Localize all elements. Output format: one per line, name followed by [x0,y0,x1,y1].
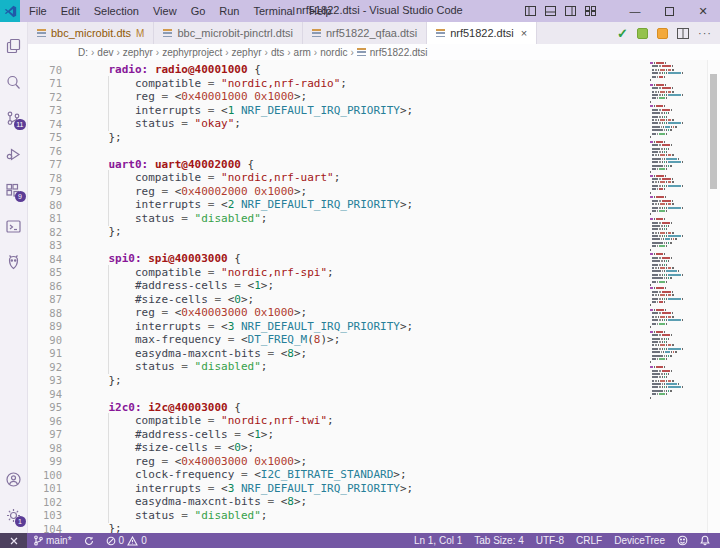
code-line[interactable]: 100 clock-frequency = <I2C_BITRATE_STAND… [28,468,720,482]
breadcrumb-segment[interactable]: zephyrproject [162,47,222,58]
code-line[interactable]: 72 reg = <0x40001000 0x1000>; [28,90,720,104]
code-line[interactable]: 92 status = "disabled"; [28,360,720,374]
account-button[interactable] [0,461,28,497]
code-line[interactable]: 90 max-frequency = <DT_FREQ_M(8)>; [28,333,720,347]
tab-nrf51822_qfaa.dtsi[interactable]: nrf51822_qfaa.dtsi [303,22,427,44]
scrollbar-thumb[interactable] [710,74,717,189]
toggle-panel-icon[interactable] [545,6,556,16]
sidebar-item-source-control[interactable]: 11 [0,100,28,136]
code-line[interactable]: 76 [28,144,720,158]
code-text: status = "disabled"; [82,509,267,522]
close-tab-button[interactable]: × [521,27,527,39]
code-line[interactable]: 84 spi0: spi@40003000 { [28,252,720,266]
status-language-mode[interactable]: DeviceTree [608,533,671,548]
breadcrumb-segment[interactable]: dts [271,47,284,58]
close-window-button[interactable]: ✕ [686,0,720,22]
code-line[interactable]: 97 #address-cells = <1>; [28,428,720,442]
code-line[interactable]: 103 status = "disabled"; [28,509,720,523]
menu-go[interactable]: Go [184,1,213,21]
code-text: #address-cells = <1>; [82,279,274,292]
code-line[interactable]: 101 interrupts = <3 NRF_DEFAULT_IRQ_PRIO… [28,482,720,496]
status-cursor-position[interactable]: Ln 1, Col 1 [408,533,468,548]
code-line[interactable]: 74 status = "okay"; [28,117,720,131]
menu-terminal[interactable]: Terminal [247,1,303,21]
code-line[interactable]: 83 [28,239,720,253]
code-line[interactable]: 98 #size-cells = <0>; [28,441,720,455]
git-branch-status[interactable]: main* [27,533,78,548]
code-line[interactable]: 86 #address-cells = <1>; [28,279,720,293]
sidebar-item-search[interactable] [0,64,28,100]
menu-file[interactable]: File [22,1,54,21]
customize-layout-icon[interactable] [585,6,596,16]
source-control-badge: 11 [14,119,25,130]
breadcrumb-segment[interactable]: D: [78,47,88,58]
code-editor[interactable]: 70 radio: radio@40001000 {71 compatible … [28,60,720,533]
sidebar-item-explorer[interactable] [0,28,28,64]
line-number: 73 [28,104,62,116]
problems-status[interactable]: 0 0 [100,533,153,548]
vertical-scrollbar[interactable] [707,60,720,533]
code-line[interactable]: 88 reg = <0x40003000 0x1000>; [28,306,720,320]
green-status-square-icon[interactable] [637,28,648,39]
sync-button[interactable] [78,533,100,548]
sidebar-item-extensions[interactable]: 9 [0,172,28,208]
tab-bbc_microbit.dts[interactable]: bbc_microbit.dtsM [28,22,154,44]
tab-bbc_microbit-pinctrl.dtsi[interactable]: bbc_microbit-pinctrl.dtsi [154,22,303,44]
code-line[interactable]: 87 #size-cells = <0>; [28,293,720,307]
orange-status-square-icon[interactable] [657,28,668,39]
code-line[interactable]: 79 reg = <0x40002000 0x1000>; [28,185,720,199]
status-encoding[interactable]: UTF-8 [530,533,570,548]
code-line[interactable]: 96 compatible = "nordic,nrf-twi"; [28,414,720,428]
code-line[interactable]: 99 reg = <0x40003000 0x1000>; [28,455,720,469]
code-line[interactable]: 94 [28,387,720,401]
settings-button[interactable]: 1 [0,497,28,533]
sidebar-item-terminal[interactable] [0,208,28,244]
line-number: 104 [28,523,62,533]
toggle-sidebar-icon[interactable] [525,6,536,16]
code-line[interactable]: 85 compatible = "nordic,nrf-spi"; [28,266,720,280]
code-line[interactable]: 81 status = "disabled"; [28,212,720,226]
vscode-logo-icon [0,0,20,22]
code-line[interactable]: 80 interrupts = <2 NRF_DEFAULT_IRQ_PRIOR… [28,198,720,212]
menu-run[interactable]: Run [212,1,246,21]
minimap[interactable] [648,62,694,400]
menu-selection[interactable]: Selection [87,1,146,21]
code-line[interactable]: 70 radio: radio@40001000 { [28,63,720,77]
code-line[interactable]: 102 easydma-maxcnt-bits = <8>; [28,495,720,509]
breadcrumb-segment[interactable]: nordic [320,47,347,58]
code-line[interactable]: 89 interrupts = <3 NRF_DEFAULT_IRQ_PRIOR… [28,320,720,334]
notifications-button[interactable] [694,533,716,548]
code-line[interactable]: 91 easydma-maxcnt-bits = <8>; [28,347,720,361]
breadcrumb-segment[interactable]: zephyr [232,47,262,58]
status-tab-size[interactable]: Tab Size: 4 [468,533,529,548]
code-line[interactable]: 78 compatible = "nordic,nrf-uart"; [28,171,720,185]
code-line[interactable]: 95 i2c0: i2c@40003000 { [28,401,720,415]
breadcrumb-file[interactable]: nrf51822.dtsi [357,47,428,58]
breadcrumb-segment[interactable]: dev [97,47,113,58]
feedback-button[interactable] [671,533,694,548]
menu-view[interactable]: View [146,1,184,21]
breadcrumb-segment[interactable]: zephyr [123,47,153,58]
breadcrumb-segment[interactable]: arm [294,47,311,58]
code-line[interactable]: 93 }; [28,374,720,388]
task-check-icon[interactable]: ✓ [617,26,628,41]
sidebar-item-run-debug[interactable] [0,136,28,172]
code-line[interactable]: 77 uart0: uart@40002000 { [28,158,720,172]
remote-indicator[interactable] [0,533,27,548]
sidebar-item-bug-tool[interactable] [0,244,28,280]
tab-nrf51822.dtsi[interactable]: nrf51822.dtsi× [427,22,537,44]
more-actions-icon[interactable]: ··· [698,27,712,39]
maximize-button[interactable] [652,0,686,22]
line-number: 91 [28,347,62,359]
split-editor-icon[interactable] [677,28,689,39]
code-line[interactable]: 75 }; [28,131,720,145]
menu-edit[interactable]: Edit [54,1,87,21]
code-line[interactable]: 82 }; [28,225,720,239]
code-line[interactable]: 104 }; [28,522,720,533]
toggle-secondary-sidebar-icon[interactable] [565,6,576,16]
code-line[interactable]: 71 compatible = "nordic,nrf-radio"; [28,77,720,91]
code-line[interactable]: 73 interrupts = <1 NRF_DEFAULT_IRQ_PRIOR… [28,104,720,118]
bell-icon [700,535,710,546]
status-eol-sequence[interactable]: CRLF [570,533,608,548]
minimize-button[interactable]: — [618,0,652,22]
